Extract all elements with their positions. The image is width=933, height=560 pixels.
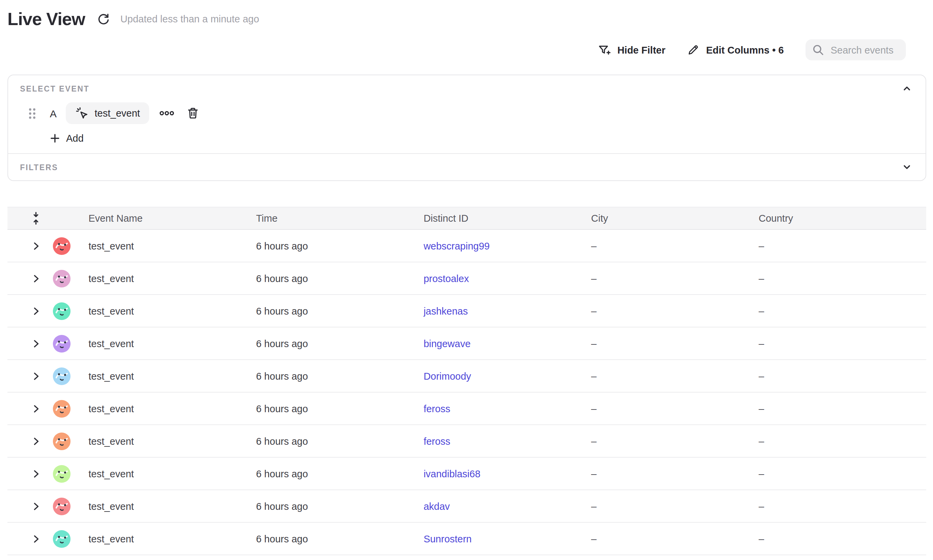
cell-event-name: test_event: [88, 240, 256, 251]
add-event-button[interactable]: Add: [49, 133, 84, 144]
avatar[interactable]: [52, 465, 70, 482]
cell-city: –: [591, 468, 759, 479]
avatar[interactable]: [52, 530, 70, 548]
search-icon: [812, 44, 824, 55]
table-row[interactable]: test_event 6 hours ago Dorimoody – –: [7, 360, 926, 392]
avatar[interactable]: [52, 302, 70, 320]
cell-city: –: [591, 403, 759, 414]
search-events-box: [805, 39, 906, 60]
table-row[interactable]: test_event 6 hours ago Sunrostern – –: [7, 523, 926, 555]
cell-city: –: [591, 305, 759, 316]
event-row: A test_event: [20, 102, 913, 124]
cell-city: –: [591, 435, 759, 446]
avatar[interactable]: [52, 335, 70, 352]
cell-country: –: [759, 273, 926, 284]
cell-event-name: test_event: [88, 371, 256, 382]
search-events-input[interactable]: [829, 44, 899, 56]
cell-time: 6 hours ago: [256, 403, 423, 414]
cell-country: –: [759, 403, 926, 414]
distinct-id-link[interactable]: prostoalex: [423, 273, 469, 284]
cell-event-name: test_event: [88, 305, 256, 316]
row-expand-chevron-icon[interactable]: [31, 240, 41, 251]
cell-event-name: test_event: [88, 533, 256, 544]
table-row[interactable]: test_event 6 hours ago jashkenas – –: [7, 295, 926, 328]
avatar[interactable]: [52, 237, 70, 255]
cell-country: –: [759, 240, 926, 251]
hide-filter-label: Hide Filter: [617, 45, 665, 55]
hide-filter-button[interactable]: Hide Filter: [598, 43, 665, 57]
row-expand-chevron-icon[interactable]: [31, 533, 41, 544]
row-expand-chevron-icon[interactable]: [31, 273, 41, 284]
row-expand-chevron-icon[interactable]: [31, 468, 41, 479]
cell-city: –: [591, 338, 759, 349]
collapse-rows-button[interactable]: [31, 212, 40, 225]
row-expand-chevron-icon[interactable]: [31, 305, 41, 316]
distinct-id-link[interactable]: ivandiblasi68: [423, 468, 480, 479]
trash-icon: [187, 106, 200, 120]
events-table: Event NameTimeDistinct IDCityCountry tes…: [7, 207, 926, 559]
row-expand-chevron-icon[interactable]: [31, 338, 41, 349]
table-row[interactable]: test_event 6 hours ago feross – –: [7, 392, 926, 425]
column-header-time: Time: [256, 213, 423, 224]
row-expand-chevron-icon[interactable]: [31, 403, 41, 414]
avatar-face: [52, 237, 70, 255]
distinct-id-link[interactable]: jashkenas: [423, 305, 468, 316]
distinct-id-link[interactable]: Sunrostern: [423, 533, 471, 544]
table-row[interactable]: test_event 6 hours ago webscraping99 – –: [7, 230, 926, 262]
table-row[interactable]: test_event 6 hours ago ivandiblasi68 – –: [7, 458, 926, 490]
chevron-up-icon: [902, 83, 912, 94]
distinct-id-link[interactable]: feross: [423, 403, 450, 414]
table-row[interactable]: test_event 6 hours ago prostoalex – –: [7, 262, 926, 295]
avatar-face: [52, 497, 70, 515]
cell-event-name: test_event: [88, 403, 256, 414]
avatar-face: [52, 269, 70, 287]
avatar[interactable]: [52, 400, 70, 417]
distinct-id-link[interactable]: Dorimoody: [423, 371, 471, 382]
cell-country: –: [759, 371, 926, 382]
refresh-button[interactable]: [96, 11, 112, 27]
avatar-face: [52, 400, 70, 417]
cell-city: –: [591, 273, 759, 284]
event-options-button[interactable]: [158, 109, 176, 117]
avatar-face: [52, 530, 70, 548]
row-expand-chevron-icon[interactable]: [31, 435, 41, 446]
column-header-event-name: Event Name: [88, 213, 256, 224]
partial-next-row: [7, 555, 926, 559]
delete-event-button[interactable]: [185, 105, 201, 122]
cell-event-name: test_event: [88, 501, 256, 512]
cell-country: –: [759, 533, 926, 544]
distinct-id-link[interactable]: webscraping99: [423, 240, 490, 251]
distinct-id-link[interactable]: bingewave: [423, 338, 471, 349]
query-builder-panel: SELECT EVENT A: [7, 75, 926, 181]
row-expand-chevron-icon[interactable]: [31, 501, 41, 512]
plus-icon: [49, 133, 60, 144]
table-row[interactable]: test_event 6 hours ago bingewave – –: [7, 328, 926, 360]
table-row[interactable]: test_event 6 hours ago akdav – –: [7, 490, 926, 523]
distinct-id-link[interactable]: akdav: [423, 501, 450, 512]
avatar[interactable]: [52, 269, 70, 287]
avatar-face: [52, 432, 70, 450]
drag-handle-icon[interactable]: [28, 108, 35, 119]
distinct-id-link[interactable]: feross: [423, 435, 450, 446]
avatar[interactable]: [52, 367, 70, 385]
live-view-page: Live View Updated less than a minute ago…: [0, 0, 933, 560]
cursor-click-icon: [75, 106, 88, 120]
expand-filters-button[interactable]: [901, 161, 913, 174]
collapse-section-button[interactable]: [901, 82, 913, 95]
selected-event-chip[interactable]: test_event: [65, 102, 149, 124]
row-expand-chevron-icon[interactable]: [31, 371, 41, 382]
edit-columns-button[interactable]: Edit Columns • 6: [687, 43, 784, 56]
collapse-rows-icon: [31, 212, 40, 225]
dots-menu-icon: [160, 111, 175, 116]
avatar-face: [52, 465, 70, 482]
cell-country: –: [759, 338, 926, 349]
cell-time: 6 hours ago: [256, 305, 423, 316]
table-row[interactable]: test_event 6 hours ago feross – –: [7, 425, 926, 458]
table-body: test_event 6 hours ago webscraping99 – –…: [7, 230, 926, 555]
cell-country: –: [759, 305, 926, 316]
cell-country: –: [759, 435, 926, 446]
cell-country: –: [759, 501, 926, 512]
cell-event-name: test_event: [88, 435, 256, 446]
avatar[interactable]: [52, 432, 70, 450]
avatar[interactable]: [52, 497, 70, 515]
